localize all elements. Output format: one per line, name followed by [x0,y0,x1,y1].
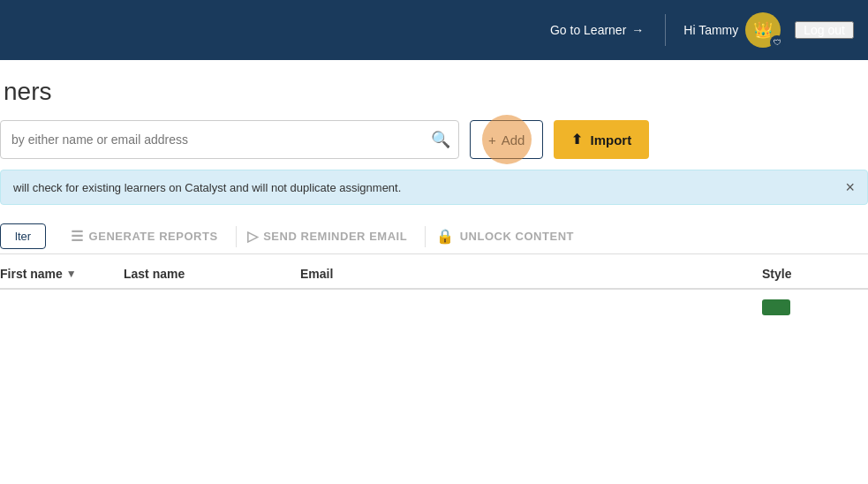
avatar: 👑 🛡 [745,12,781,48]
user-greeting: Hi Tammy 👑 🛡 [676,12,788,48]
table-row [0,290,868,325]
generate-reports-action[interactable]: ☰ GENERATE REPORTS [64,219,232,253]
search-icon: 🔍 [431,131,450,148]
main-content: ners 🔍 + Add ⬆ Import will check for exi… [0,60,868,484]
search-icon-button[interactable]: 🔍 [431,130,450,149]
search-container: 🔍 [0,120,459,159]
add-label: Add [502,132,525,147]
info-banner: will check for existing learners on Cata… [0,170,868,205]
col-email: Email [300,267,762,281]
reports-icon: ☰ [71,228,84,245]
unlock-icon: 🔒 [436,228,455,245]
import-button[interactable]: ⬆ Import [554,120,649,159]
page-title: ners [4,78,868,120]
reminder-icon: ▷ [247,228,259,245]
logout-button[interactable]: Log out [795,21,854,39]
app-header: Go to Learner → Hi Tammy 👑 🛡 Log out [0,0,868,60]
arrow-right-icon: → [631,23,644,37]
toolbar: 🔍 + Add ⬆ Import [0,120,868,170]
greeting-text: Hi Tammy [683,23,738,37]
sort-icon: ▼ [66,268,77,280]
import-icon: ⬆ [571,132,583,147]
add-button[interactable]: + Add [470,120,543,159]
avatar-icon: 👑 [753,20,773,40]
banner-text: will check for existing learners on Cata… [13,181,401,194]
col-first-name[interactable]: First name ▼ [0,267,124,281]
go-to-learner-button[interactable]: Go to Learner → [540,23,654,37]
table-header: First name ▼ Last name Email Style [0,254,868,290]
close-banner-button[interactable]: × [845,179,855,195]
action-separator-2 [425,226,426,247]
import-label: Import [590,132,631,147]
action-toolbar: lter ☰ GENERATE REPORTS ▷ SEND REMINDER … [0,219,868,254]
generate-reports-label: GENERATE REPORTS [89,230,218,243]
add-plus-icon: + [488,132,496,147]
header-divider [665,14,666,46]
unlock-content-action[interactable]: 🔒 UNLOCK CONTENT [429,219,588,253]
unlock-content-label: UNLOCK CONTENT [460,230,574,243]
col-last-name: Last name [124,267,300,281]
send-reminder-action[interactable]: ▷ SEND REMINDER EMAIL [240,219,422,253]
action-separator-1 [236,226,237,247]
search-input[interactable] [0,120,459,159]
filter-button[interactable]: lter [0,223,46,249]
col-style: Style [762,267,868,281]
send-reminder-label: SEND REMINDER EMAIL [263,230,407,243]
avatar-shield-icon: 🛡 [770,35,784,49]
go-to-learner-label: Go to Learner [550,23,626,37]
